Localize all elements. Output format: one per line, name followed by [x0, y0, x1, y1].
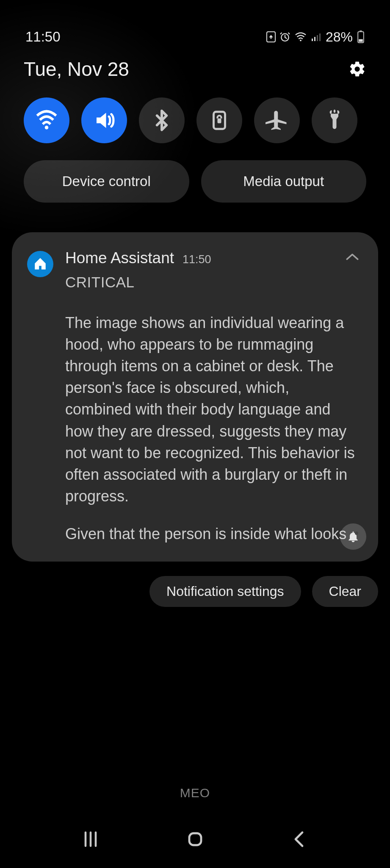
clear-button[interactable]: Clear [312, 576, 378, 607]
notification-header: Home Assistant 11:50 CRITICAL [29, 249, 361, 291]
svg-point-14 [337, 110, 339, 112]
alarm-icon [279, 31, 291, 43]
gear-icon [349, 60, 366, 78]
svg-point-15 [355, 531, 358, 535]
svg-point-9 [45, 126, 49, 130]
svg-rect-4 [317, 35, 318, 41]
svg-rect-8 [359, 39, 363, 42]
app-status-icon [266, 31, 276, 42]
svg-rect-3 [314, 37, 315, 41]
flashlight-icon [323, 109, 346, 132]
notification-body-p1: The image shows an individual wearing a … [65, 312, 359, 507]
notification-bell-button[interactable] [340, 523, 366, 550]
date-row: Tue, Nov 28 [0, 45, 390, 81]
status-icons [266, 31, 321, 43]
notification-body: The image shows an individual wearing a … [29, 312, 361, 545]
notification-app-name: Home Assistant [65, 249, 174, 267]
carrier-label: MEO [0, 786, 390, 800]
recents-icon [80, 829, 101, 849]
rotation-lock-icon [208, 109, 231, 132]
svg-rect-2 [312, 39, 313, 41]
bluetooth-icon [150, 109, 173, 132]
app-icon [27, 251, 53, 277]
flashlight-toggle[interactable] [312, 97, 357, 143]
svg-rect-16 [189, 833, 201, 845]
back-button[interactable] [290, 829, 310, 851]
media-output-button[interactable]: Media output [201, 160, 367, 203]
svg-rect-5 [319, 33, 321, 41]
status-time: 11:50 [25, 29, 61, 45]
device-control-button[interactable]: Device control [24, 160, 189, 203]
recents-button[interactable] [80, 829, 101, 851]
svg-point-1 [300, 39, 301, 41]
svg-point-12 [334, 110, 335, 111]
status-bar: 11:50 28% [0, 0, 390, 45]
status-right: 28% [266, 29, 365, 45]
sound-toggle[interactable] [81, 97, 127, 143]
home-icon [185, 829, 205, 849]
chevron-up-icon [345, 253, 360, 261]
svg-rect-7 [360, 31, 362, 32]
wifi-toggle[interactable] [24, 97, 69, 143]
sound-icon [93, 109, 116, 132]
svg-rect-11 [218, 119, 221, 123]
battery-percent: 28% [326, 29, 353, 45]
notification-time: 11:50 [183, 253, 211, 266]
wifi-icon [35, 109, 58, 132]
navigation-bar [0, 829, 390, 851]
battery-icon [357, 31, 365, 43]
rotation-lock-toggle[interactable] [196, 97, 242, 143]
home-button[interactable] [185, 829, 205, 851]
notification-settings-button[interactable]: Notification settings [149, 576, 301, 607]
notification-subtitle: CRITICAL [65, 274, 211, 291]
notification-actions: Notification settings Clear [0, 562, 390, 607]
wifi-status-icon [294, 32, 307, 42]
bell-icon [346, 530, 360, 543]
airplane-toggle[interactable] [254, 97, 300, 143]
pill-row: Device control Media output [0, 143, 390, 203]
collapse-chevron[interactable] [345, 253, 360, 263]
home-assistant-icon [33, 257, 47, 271]
bluetooth-toggle[interactable] [139, 97, 185, 143]
notification-body-p2: Given that the person is inside what loo… [65, 523, 359, 545]
quick-settings [0, 81, 390, 143]
notification-card[interactable]: Home Assistant 11:50 CRITICAL The image … [12, 232, 378, 562]
settings-button[interactable] [349, 60, 366, 78]
back-icon [290, 829, 310, 849]
signal-icon [310, 32, 321, 42]
svg-point-13 [330, 110, 332, 112]
airplane-icon [266, 109, 288, 132]
date-text: Tue, Nov 28 [24, 58, 129, 81]
